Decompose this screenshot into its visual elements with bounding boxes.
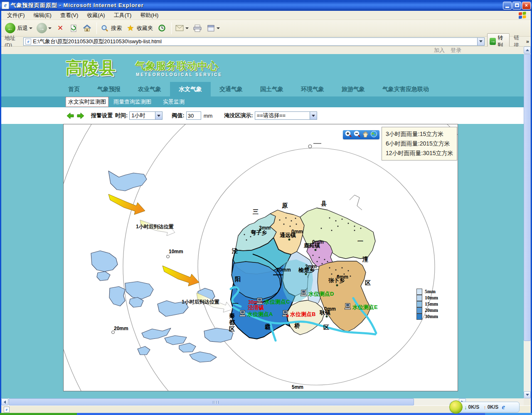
vertical-scrollbar[interactable] bbox=[524, 47, 531, 398]
legend-label: 15mm bbox=[425, 301, 438, 307]
360-safety-icon[interactable] bbox=[449, 400, 463, 414]
edit-dropdown-icon[interactable] bbox=[217, 27, 220, 29]
nav-tab[interactable]: 交通气象 bbox=[211, 82, 251, 96]
speed-monitor-widget[interactable]: ↓ 0K/S ↑ 0K/S e bbox=[450, 402, 520, 413]
maximize-button[interactable] bbox=[512, 2, 521, 10]
threshold-input[interactable] bbox=[186, 111, 201, 120]
minimize-button[interactable] bbox=[503, 2, 512, 10]
print-button[interactable] bbox=[192, 23, 203, 34]
nav-tab[interactable]: 气象预报 bbox=[89, 82, 129, 96]
rainfall-map[interactable]: 3小时面雨量:15立方米6小时面雨量:2015立方米12小时面雨量:3015立方… bbox=[63, 124, 458, 391]
start-button-edge[interactable] bbox=[0, 413, 77, 415]
info-line: 3小时面雨量:15立方米 bbox=[386, 129, 453, 139]
legend-row: 15mm bbox=[416, 301, 438, 307]
forward-dropdown-icon[interactable] bbox=[48, 27, 52, 29]
map-label: 0mm bbox=[312, 240, 324, 245]
subnav-item[interactable]: 实景监测 bbox=[163, 98, 185, 106]
favorites-button[interactable]: ★ 收藏夹 bbox=[125, 23, 154, 34]
time-select-arrow-icon[interactable] bbox=[155, 112, 162, 119]
globe-icon[interactable] bbox=[370, 131, 377, 139]
stop-button[interactable]: ✕ bbox=[54, 23, 66, 34]
map-label: 3mm bbox=[305, 264, 317, 269]
stop-icon: ✕ bbox=[56, 24, 65, 33]
legend-swatch bbox=[416, 301, 422, 307]
map-toolbar bbox=[343, 130, 379, 139]
menu-item[interactable]: 编辑(E) bbox=[31, 11, 54, 20]
map-label: 县 bbox=[321, 200, 327, 207]
horizontal-scroll-thumb[interactable] bbox=[9, 398, 414, 405]
map-label: 一 bbox=[233, 301, 239, 307]
next-arrow-button[interactable] bbox=[77, 113, 84, 119]
water-station[interactable]: 水位测点A bbox=[239, 310, 289, 319]
forward-icon: → bbox=[37, 23, 47, 33]
scroll-left-button[interactable] bbox=[1, 398, 8, 405]
menu-item[interactable]: 收藏(A) bbox=[84, 11, 107, 20]
water-station[interactable]: 水位测点E bbox=[345, 303, 394, 311]
nav-tab[interactable]: 首页 bbox=[59, 82, 89, 96]
scroll-down-button[interactable] bbox=[524, 391, 531, 398]
nav-tab[interactable]: 环境气象 bbox=[292, 82, 333, 96]
scroll-up-button[interactable] bbox=[524, 47, 531, 54]
outer-boundary-line bbox=[350, 195, 362, 210]
nav-tab[interactable]: 旅游气象 bbox=[333, 82, 374, 96]
flood-select-arrow-icon[interactable] bbox=[310, 112, 317, 119]
edit-icon bbox=[206, 24, 215, 33]
prev-arrow-button[interactable] bbox=[67, 113, 74, 119]
alarm-controls: 报警设置 时间: 1小时 阀值: mm 淹没区演示: ==请选择== bbox=[1, 107, 524, 124]
station-label: 水位测点A bbox=[247, 311, 273, 318]
history-button[interactable] bbox=[156, 23, 167, 34]
subnav-item[interactable]: 水文实时监测图 bbox=[66, 97, 108, 107]
back-dropdown-icon[interactable] bbox=[29, 27, 32, 29]
search-button[interactable]: 搜索 bbox=[99, 23, 123, 34]
windows-taskbar[interactable] bbox=[0, 413, 532, 415]
mail-dropdown-icon[interactable] bbox=[185, 27, 189, 29]
water-station[interactable]: ×水位测点B bbox=[282, 310, 332, 319]
station-label: 水位测点D bbox=[308, 290, 334, 298]
join-link[interactable]: 加入 bbox=[434, 47, 445, 54]
menu-bar: 文件(F)编辑(E)查看(V)收藏(A)工具(T)帮助(H) bbox=[1, 11, 531, 20]
pan-hand-icon[interactable] bbox=[362, 131, 369, 139]
login-link[interactable]: 登录 bbox=[451, 47, 461, 54]
search-icon bbox=[100, 24, 109, 33]
water-station[interactable]: 水位测点C bbox=[256, 298, 306, 306]
address-input[interactable] bbox=[33, 38, 477, 44]
map-label: 潼 bbox=[362, 256, 368, 262]
nav-tab[interactable]: 气象灾害应急联动 bbox=[374, 82, 438, 96]
home-button[interactable] bbox=[81, 23, 93, 34]
edit-button[interactable] bbox=[205, 23, 221, 34]
account-bar: 加入 登录 bbox=[1, 47, 524, 54]
zoom-out-icon[interactable] bbox=[354, 131, 361, 139]
zoom-in-icon[interactable] bbox=[345, 131, 352, 139]
refresh-icon bbox=[69, 24, 78, 33]
map-label: 0mm bbox=[291, 229, 303, 235]
menu-item[interactable]: 帮助(H) bbox=[138, 11, 161, 20]
legend-row: 10mm bbox=[416, 295, 438, 301]
menu-item[interactable]: 工具(T) bbox=[111, 11, 134, 20]
flood-demo-label: 淹没区演示: bbox=[224, 112, 253, 119]
time-select[interactable]: 1小时 bbox=[129, 111, 163, 120]
address-field[interactable]: e bbox=[23, 37, 485, 46]
info-line: 12小时面雨量:3015立方米 bbox=[386, 148, 453, 158]
water-station[interactable]: 水位测点D bbox=[300, 290, 350, 298]
computer-icon bbox=[239, 312, 246, 318]
flood-demo-select[interactable]: ==请选择== bbox=[255, 111, 317, 120]
nav-tab[interactable]: 国土气象 bbox=[251, 82, 292, 96]
vertical-scroll-thumb[interactable] bbox=[524, 54, 531, 341]
ie-tray-icon[interactable]: e bbox=[502, 403, 505, 411]
menu-item[interactable]: 文件(F) bbox=[5, 11, 27, 20]
address-dropdown-icon[interactable] bbox=[477, 38, 484, 45]
forward-button[interactable]: → bbox=[35, 22, 53, 34]
nav-tab[interactable]: 农业气象 bbox=[129, 82, 170, 96]
map-label: 10mm bbox=[169, 249, 183, 254]
alert-mark: × bbox=[286, 313, 289, 319]
back-button[interactable]: ← 后退 bbox=[4, 22, 34, 34]
menu-item[interactable]: 查看(V) bbox=[58, 11, 81, 20]
time-label: 时间: bbox=[115, 112, 128, 119]
map-label: 1小时后到达位置 bbox=[182, 299, 219, 305]
mail-button[interactable] bbox=[174, 23, 190, 34]
nav-tab[interactable]: 水文气象 bbox=[170, 82, 211, 96]
subnav-item[interactable]: 雨量查询监测图 bbox=[113, 98, 151, 106]
close-button[interactable]: × bbox=[522, 2, 531, 10]
refresh-button[interactable] bbox=[68, 23, 79, 34]
legend-label: 10mm bbox=[425, 295, 438, 301]
